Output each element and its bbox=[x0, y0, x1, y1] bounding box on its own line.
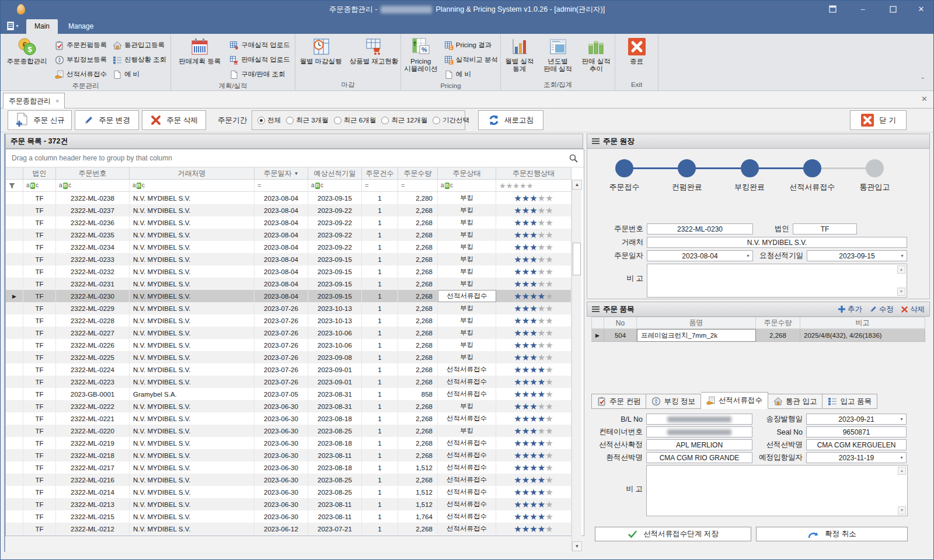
ribbon-button-월별-실적-통계[interactable]: 월별 실적 통계 bbox=[501, 36, 538, 73]
order-delete-button[interactable]: 주문 삭제 bbox=[142, 110, 206, 130]
order-row-2322-ML-0216[interactable]: TF2322-ML-0216N.V. MYDIBEL S.V.2023-06-3… bbox=[6, 474, 571, 486]
spin-up-icon[interactable]: ▲ bbox=[898, 467, 906, 475]
close-view-button[interactable]: 닫 기 bbox=[850, 110, 907, 130]
item-edit-button[interactable]: 수정 bbox=[869, 304, 894, 314]
order-row-2322-ML-0232[interactable]: TF2322-ML-0232N.V. MYDIBEL S.V.2023-08-0… bbox=[6, 265, 571, 278]
dropdown-arrow-icon[interactable]: ▼ bbox=[900, 417, 904, 421]
order-row-2322-ML-0231[interactable]: TF2322-ML-0231N.V. MYDIBEL S.V.2023-08-0… bbox=[6, 278, 571, 290]
carrier-field[interactable]: APL MERLION bbox=[646, 439, 752, 450]
eta-field[interactable]: 2023-11-19▼ bbox=[806, 452, 907, 463]
item-row[interactable]: ▶ 504 프레미엄크런치_7mm_2k 2,268 2025/4/8(432)… bbox=[591, 329, 925, 342]
order-row-2322-ML-0218[interactable]: TF2322-ML-0218N.V. MYDIBEL S.V.2023-06-3… bbox=[6, 449, 571, 461]
ledger-remark-textarea[interactable]: ▲ ▼ bbox=[647, 264, 907, 298]
column-header-주문진행상태[interactable]: 주문진행상태 bbox=[496, 167, 571, 180]
order-row-2023-GB-0001[interactable]: TF2023-GB-0001Gramybel S.A.2023-07-05202… bbox=[6, 388, 571, 400]
spin-down-icon[interactable]: ▼ bbox=[898, 506, 906, 514]
filter-cell-주문일자[interactable]: = bbox=[255, 180, 308, 192]
period-radio-최근-12개월[interactable]: 최근 12개월 bbox=[381, 116, 427, 125]
ribbon-button-예--비[interactable]: 예 비 bbox=[110, 67, 169, 82]
ribbon-button-상품별-재고현황[interactable]: 상품별 재고현황 bbox=[347, 36, 400, 65]
order-row-2322-ML-0228[interactable]: TF2322-ML-0228N.V. MYDIBEL S.V.2023-07-2… bbox=[6, 314, 571, 327]
app-menu-button[interactable]: ▼ bbox=[5, 20, 23, 32]
ribbon-button-판매-실적-추이[interactable]: 판매 실적 추이 bbox=[577, 36, 615, 73]
filter-cell-예상선적기일[interactable]: aBc bbox=[308, 180, 362, 192]
vessel-field[interactable]: CMA CGM KERGUELEN bbox=[806, 439, 907, 450]
column-header-주문상태[interactable]: 주문상태 bbox=[438, 167, 496, 180]
ribbon-tab-manage[interactable]: Manage bbox=[60, 19, 102, 34]
filter-cell-주문상태[interactable]: aBc bbox=[438, 180, 496, 192]
dropdown-arrow-icon[interactable]: ▼ bbox=[900, 254, 904, 258]
corp-field[interactable]: TF bbox=[793, 223, 857, 235]
order-row-2322-ML-0221[interactable]: TF2322-ML-0221N.V. MYDIBEL S.V.2023-06-3… bbox=[6, 412, 571, 425]
filter-cell-주문번호[interactable]: aBc bbox=[56, 180, 130, 192]
order-row-2322-ML-0237[interactable]: TF2322-ML-0237N.V. MYDIBEL S.V.2023-08-0… bbox=[6, 204, 571, 216]
maximize-button[interactable] bbox=[883, 1, 903, 18]
tabbar-close-icon[interactable]: ✕ bbox=[921, 94, 928, 103]
filter-cell-거래처명[interactable]: aBc bbox=[130, 180, 255, 192]
items-col-no[interactable]: No bbox=[604, 317, 637, 329]
dropdown-arrow-icon[interactable]: ▼ bbox=[900, 456, 904, 460]
detail-remark-textarea[interactable]: ▲ ▼ bbox=[646, 465, 908, 516]
item-name[interactable]: 프레미엄크런치_7mm_2k bbox=[637, 329, 756, 342]
column-header-주문건수[interactable]: 주문건수 bbox=[362, 167, 398, 180]
period-radio-최근-6개월[interactable]: 최근 6개월 bbox=[334, 116, 377, 125]
order-row-2322-ML-0234[interactable]: TF2322-ML-0234N.V. MYDIBEL S.V.2023-08-0… bbox=[6, 241, 571, 253]
ribbon-button-Pricing-시뮬레이션[interactable]: %Pricing 시뮬레이션 bbox=[401, 36, 441, 73]
scrollbar-thumb[interactable] bbox=[573, 243, 581, 275]
detail-tab-통관-입고[interactable]: 통관 입고 bbox=[768, 394, 823, 409]
ribbon-button-구매실적-업로드[interactable]: 구매실적 업로드 bbox=[227, 38, 292, 52]
container-field[interactable] bbox=[646, 426, 752, 438]
filter-cell-주문진행상태[interactable]: ★★★★★ bbox=[496, 180, 571, 192]
filter-cell-주문건수[interactable]: = bbox=[362, 180, 398, 192]
save-shipping-docs-button[interactable]: 선적서류접수단계 저장 bbox=[595, 527, 751, 541]
seal-no-field[interactable]: 9650871 bbox=[806, 426, 907, 438]
group-by-bar[interactable]: Drag a column header here to group by th… bbox=[6, 149, 584, 167]
filter-cell-법인[interactable]: aBc bbox=[23, 180, 56, 192]
spin-down-icon[interactable]: ▼ bbox=[897, 288, 905, 296]
detail-tab-입고-품목[interactable]: 입고 품목 bbox=[823, 394, 877, 409]
detail-tab-주문-컨펌[interactable]: 주문 컨펌 bbox=[591, 394, 646, 409]
order-row-2322-ML-0217[interactable]: TF2322-ML-0217N.V. MYDIBEL S.V.2023-06-3… bbox=[6, 461, 571, 474]
column-header-예상선적기일[interactable]: 예상선적기일 bbox=[308, 167, 362, 180]
ribbon-button-진행상황-조회[interactable]: 진행상황 조회 bbox=[110, 52, 169, 67]
filter-cell-주문수량[interactable]: = bbox=[398, 180, 438, 192]
order-row-2322-ML-0226[interactable]: TF2322-ML-0226N.V. MYDIBEL S.V.2023-07-2… bbox=[6, 339, 571, 351]
ribbon-button-종료[interactable]: 종료 bbox=[618, 36, 656, 65]
ribbon-button-예--비[interactable]: 예 비 bbox=[442, 67, 500, 82]
order-row-2322-ML-0230[interactable]: ▶TF2322-ML-0230N.V. MYDIBEL S.V.2023-08-… bbox=[6, 290, 571, 302]
customer-field[interactable]: N.V. MYDIBEL S.V. bbox=[647, 237, 907, 248]
order-row-2322-ML-0238[interactable]: TF2322-ML-0238N.V. MYDIBEL S.V.2023-08-0… bbox=[6, 192, 571, 204]
period-radio-전체[interactable]: 전체 bbox=[257, 116, 281, 125]
vertical-scrollbar[interactable]: ▲ ▼ bbox=[571, 180, 581, 551]
column-header-법인[interactable]: 법인 bbox=[23, 167, 56, 180]
order-row-2322-ML-0235[interactable]: TF2322-ML-0235N.V. MYDIBEL S.V.2023-08-0… bbox=[6, 229, 571, 241]
ribbon-button-월별-마감실행[interactable]: 월별 마감실행 bbox=[295, 36, 346, 65]
search-icon[interactable] bbox=[569, 154, 578, 163]
item-delete-button[interactable]: 삭제 bbox=[901, 304, 925, 314]
column-header-주문번호[interactable]: 주문번호 bbox=[56, 167, 130, 180]
close-window-button[interactable]: ✕ bbox=[911, 1, 931, 18]
ribbon-collapse-button[interactable]: ⌃ bbox=[921, 76, 925, 83]
order-edit-button[interactable]: 주문 변경 bbox=[75, 110, 139, 130]
ribbon-button-판매실적-업로드[interactable]: 판매실적 업로드 bbox=[227, 52, 292, 67]
invoice-date-field[interactable]: 2023-09-21▼ bbox=[806, 414, 907, 425]
order-row-2322-ML-0215[interactable]: TF2322-ML-0215N.V. MYDIBEL S.V.2023-06-3… bbox=[6, 510, 571, 523]
order-row-2322-ML-0222[interactable]: TF2322-ML-0222N.V. MYDIBEL S.V.2023-06-3… bbox=[6, 400, 571, 412]
items-col-name[interactable]: 품명 bbox=[637, 317, 756, 329]
detail-tab-선적서류접수[interactable]: 선적서류접수 bbox=[701, 392, 768, 409]
detail-tab-부킹-정보[interactable]: 부킹 정보 bbox=[646, 394, 700, 409]
filter-cell-row-filter[interactable] bbox=[6, 180, 23, 192]
dock-window-button[interactable] bbox=[823, 1, 842, 18]
spin-up-icon[interactable]: ▲ bbox=[897, 265, 905, 274]
order-row-2322-ML-0224[interactable]: TF2322-ML-0224N.V. MYDIBEL S.V.2023-07-2… bbox=[6, 363, 571, 376]
column-header-거래처명[interactable]: 거래처명 bbox=[130, 167, 255, 180]
dropdown-arrow-icon[interactable]: ▼ bbox=[746, 254, 750, 258]
ribbon-button-주문종합관리[interactable]: €$주문종합관리 bbox=[2, 36, 51, 65]
order-row-2322-ML-0229[interactable]: TF2322-ML-0229N.V. MYDIBEL S.V.2023-07-2… bbox=[6, 302, 571, 314]
req-ship-field[interactable]: 2023-09-15▼ bbox=[807, 250, 907, 261]
column-header-indicator[interactable] bbox=[6, 167, 23, 180]
transship-field[interactable]: CMA CGM RIO GRANDE bbox=[646, 452, 752, 463]
period-radio-최근-3개월[interactable]: 최근 3개월 bbox=[286, 116, 329, 125]
bl-no-field[interactable] bbox=[646, 414, 752, 425]
order-row-2322-ML-0213[interactable]: TF2322-ML-0213N.V. MYDIBEL S.V.2023-06-3… bbox=[6, 498, 571, 510]
